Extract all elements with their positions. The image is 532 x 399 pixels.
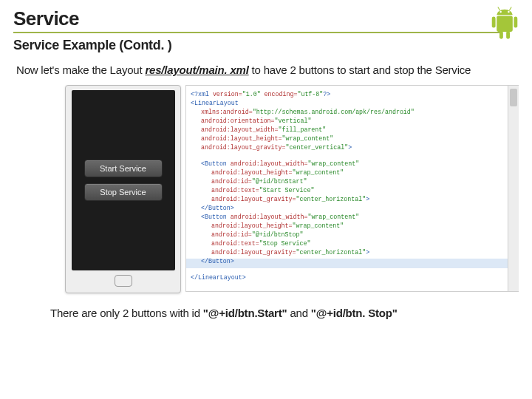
svg-point-1: [508, 11, 510, 13]
svg-line-2: [498, 7, 500, 10]
stop-service-button[interactable]: Stop Service: [84, 183, 163, 201]
page-title: Service: [13, 7, 519, 30]
intro-text: Now let's make the Layout res/layout/mai…: [16, 64, 519, 78]
svg-rect-4: [497, 16, 513, 32]
btn-stop-id: "@+id/btn. Stop": [311, 307, 398, 319]
footer-note: There are only 2 buttons with id "@+id/b…: [50, 307, 519, 319]
svg-rect-7: [499, 31, 503, 39]
title-underline: [13, 32, 501, 33]
layout-path: res/layout/main. xml: [145, 64, 248, 76]
svg-rect-6: [514, 17, 517, 28]
phone-home-button: [115, 275, 132, 287]
start-service-button[interactable]: Start Service: [84, 160, 163, 177]
btn-start-id: "@+id/btn.Start": [203, 307, 287, 319]
svg-line-3: [509, 7, 511, 10]
xml-code-panel: <?xml version="1.0" encoding="utf-8"?> <…: [185, 85, 519, 292]
phone-mockup: Start Service Stop Service: [65, 85, 181, 293]
svg-point-0: [499, 11, 502, 13]
page-subtitle: Service Example (Contd. ): [13, 38, 519, 53]
svg-rect-8: [506, 31, 510, 39]
android-logo-icon: [485, 4, 525, 49]
svg-rect-5: [492, 17, 496, 28]
phone-screen: Start Service Stop Service: [72, 90, 175, 270]
